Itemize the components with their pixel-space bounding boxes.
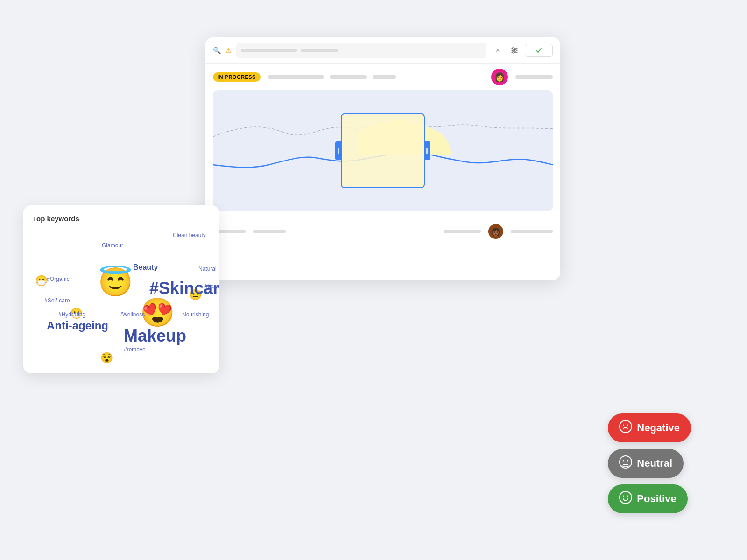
emoji-halo: 😇 <box>98 266 133 299</box>
svg-point-11 <box>620 420 632 433</box>
word-clean-beauty: Clean beauty <box>173 232 206 238</box>
positive-badge[interactable]: Positive <box>608 484 687 513</box>
word-cloud: 😇 😍 😷 😐 😵 😷 #Skincare Makeup Anti-ageing… <box>33 228 210 364</box>
svg-point-3 <box>512 48 514 49</box>
svg-point-16 <box>627 460 628 462</box>
selection-box[interactable] <box>341 113 425 188</box>
bottom-ph-3 <box>444 230 481 233</box>
neutral-label: Neutral <box>637 457 672 469</box>
user-avatar: 👩 <box>491 69 508 85</box>
svg-point-4 <box>514 49 516 51</box>
svg-point-19 <box>623 496 624 497</box>
word-natural: Natural <box>198 266 217 272</box>
browser-actions: × <box>491 44 553 57</box>
emoji-small-mask: 😷 <box>35 275 48 287</box>
svg-point-18 <box>620 491 632 504</box>
keywords-title: Top keywords <box>33 215 210 223</box>
neutral-badge[interactable]: Neutral <box>608 449 684 478</box>
negative-label: Negative <box>637 422 680 434</box>
negative-badge[interactable]: Negative <box>608 413 691 442</box>
word-organic: #Organic <box>47 276 70 282</box>
selection-handle-left[interactable] <box>335 141 342 160</box>
settings-button[interactable] <box>508 44 521 57</box>
browser-toolbar: 🔍 ⚠ × <box>205 37 560 64</box>
positive-label: Positive <box>637 493 676 505</box>
svg-point-5 <box>513 51 514 53</box>
status-ph-2 <box>330 75 367 79</box>
bottom-ph-2 <box>253 230 286 233</box>
neutral-icon <box>619 455 632 471</box>
bottom-ph-4 <box>511 230 553 233</box>
status-placeholders <box>268 75 484 79</box>
status-ph-1 <box>268 75 324 79</box>
word-remove: #remove <box>124 346 146 353</box>
word-nourishing: Nourishing <box>182 311 209 318</box>
search-icon: 🔍 <box>213 47 221 54</box>
emoji-dizzy: 😵 <box>100 352 113 364</box>
avatar-emoji: 👩 <box>494 72 505 82</box>
status-badge: IN PROGRESS <box>213 72 261 82</box>
url-placeholder-1 <box>241 49 297 52</box>
word-beauty: Beauty <box>133 263 158 272</box>
user-name-placeholder <box>515 75 553 79</box>
negative-icon <box>619 420 632 436</box>
browser-window: 🔍 ⚠ × <box>205 37 560 280</box>
close-button[interactable]: × <box>491 44 504 57</box>
confirm-button[interactable] <box>525 44 553 57</box>
chart-area <box>213 90 553 211</box>
url-bar[interactable] <box>236 43 486 58</box>
word-wellness: #Wellness <box>119 311 145 318</box>
sentiment-badges: Negative Neutral Positive <box>608 413 691 513</box>
bottom-avatar-emoji: 👩🏾 <box>491 227 500 236</box>
keywords-card: Top keywords 😇 😍 😷 😐 😵 😷 #Skincare Makeu… <box>23 205 219 373</box>
word-hydrating: #Hydrating <box>58 311 85 318</box>
svg-point-13 <box>627 425 628 426</box>
svg-point-15 <box>623 460 624 462</box>
status-ph-3 <box>373 75 396 79</box>
word-glamour: Glamour <box>102 242 123 249</box>
url-placeholder-2 <box>301 49 338 52</box>
svg-point-20 <box>627 496 628 497</box>
word-makeup: Makeup <box>124 326 186 346</box>
positive-icon <box>619 491 632 507</box>
svg-point-14 <box>620 456 632 468</box>
word-selfcare: #Self-care <box>44 297 70 304</box>
word-disaster: #disaster <box>203 283 219 290</box>
bottom-bar: 👩🏾 <box>205 219 560 244</box>
status-bar: IN PROGRESS 👩 <box>205 64 560 90</box>
emoji-heart-eyes: 😍 <box>140 296 175 329</box>
word-antiageing: Anti-ageing <box>47 319 108 332</box>
svg-point-12 <box>623 425 624 426</box>
bottom-avatar: 👩🏾 <box>488 224 503 239</box>
warning-icon: ⚠ <box>226 47 232 54</box>
selection-handle-right[interactable] <box>424 141 430 160</box>
